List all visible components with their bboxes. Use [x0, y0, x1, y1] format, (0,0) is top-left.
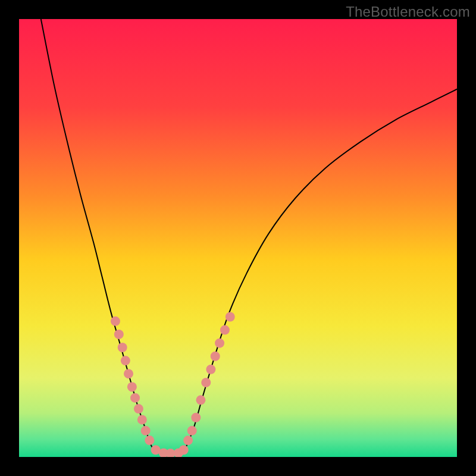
scatter-point: [137, 415, 147, 424]
gradient-background: [19, 19, 457, 457]
scatter-point: [183, 436, 193, 445]
scatter-point: [220, 325, 230, 335]
scatter-point: [215, 339, 224, 348]
scatter-point: [187, 426, 197, 436]
scatter-point: [191, 413, 201, 422]
chart-svg: [19, 19, 457, 457]
scatter-point: [111, 317, 120, 326]
scatter-point: [206, 365, 215, 374]
scatter-point: [141, 426, 151, 436]
scatter-point: [124, 369, 133, 378]
scatter-point: [179, 445, 189, 455]
scatter-point: [134, 404, 143, 414]
scatter-point: [114, 330, 124, 339]
scatter-point: [201, 378, 211, 387]
scatter-point: [145, 436, 154, 445]
scatter-point: [226, 312, 235, 321]
scatter-point: [130, 393, 140, 403]
scatter-point: [118, 343, 127, 352]
scatter-point: [127, 382, 137, 392]
watermark-text: TheBottleneck.com: [346, 4, 470, 20]
scatter-point: [196, 395, 205, 405]
scatter-point: [121, 356, 130, 365]
outer-frame: TheBottleneck.com: [0, 0, 476, 476]
plot-area: [19, 19, 457, 457]
scatter-point: [211, 352, 220, 361]
